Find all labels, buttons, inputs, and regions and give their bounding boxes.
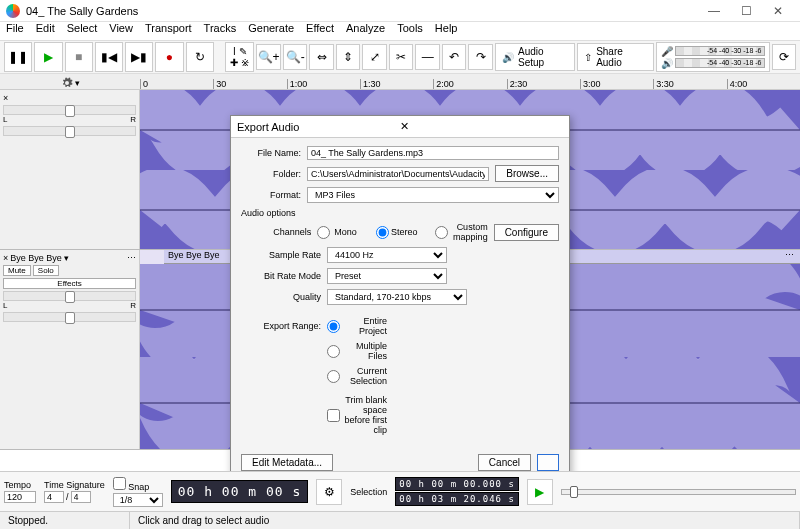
status-state: Stopped. — [0, 512, 130, 529]
tempo-input[interactable] — [4, 491, 36, 503]
timesig-label: Time Signature — [44, 480, 105, 490]
format-label: Format: — [241, 190, 301, 200]
quality-label: Quality — [241, 292, 321, 302]
folder-input[interactable] — [307, 167, 489, 181]
dialog-title: Export Audio — [237, 121, 400, 133]
selection-end-timecode[interactable]: 00 h 03 m 20.046 s — [395, 492, 519, 506]
custom-mapping-radio[interactable]: Custom mapping — [435, 222, 488, 242]
selection-label: Selection — [350, 487, 387, 497]
quality-select[interactable]: Standard, 170-210 kbps — [327, 289, 467, 305]
stereo-radio[interactable]: Stereo — [376, 226, 429, 239]
export-audio-dialog: Export Audio ✕ File Name: Folder: Browse… — [230, 115, 570, 482]
channels-label: Channels — [241, 227, 311, 237]
folder-label: Folder: — [241, 169, 301, 179]
export-range-label: Export Range: — [241, 321, 321, 331]
status-hint: Click and drag to select audio — [130, 512, 800, 529]
bit-rate-mode-label: Bit Rate Mode — [241, 271, 321, 281]
timesig-den-input[interactable] — [71, 491, 91, 503]
filename-input[interactable] — [307, 146, 559, 160]
configure-button[interactable]: Configure — [494, 224, 559, 241]
transport-bar: Tempo Time Signature / Snap 1/8 00 h 00 … — [0, 471, 800, 511]
entire-project-radio[interactable]: Entire Project — [327, 316, 387, 336]
status-bar: Stopped. Click and drag to select audio — [0, 511, 800, 529]
dialog-close-icon[interactable]: ✕ — [400, 120, 563, 133]
audio-options-heading: Audio options — [241, 208, 559, 218]
timesig-num-input[interactable] — [44, 491, 64, 503]
dialog-backdrop: Export Audio ✕ File Name: Folder: Browse… — [0, 0, 800, 529]
play-speed-slider[interactable] — [561, 489, 796, 495]
sample-rate-select[interactable]: 44100 Hz — [327, 247, 447, 263]
current-selection-radio[interactable]: Current Selection — [327, 366, 387, 386]
format-select[interactable]: MP3 Files — [307, 187, 559, 203]
mono-radio[interactable]: Mono — [317, 226, 370, 239]
bit-rate-mode-select[interactable]: Preset — [327, 268, 447, 284]
sample-rate-label: Sample Rate — [241, 250, 321, 260]
export-button[interactable] — [537, 454, 559, 471]
filename-label: File Name: — [241, 148, 301, 158]
selection-start-timecode[interactable]: 00 h 00 m 00.000 s — [395, 477, 519, 491]
timecode-settings-icon[interactable]: ⚙ — [316, 479, 342, 505]
trim-checkbox[interactable]: Trim blank space before first clip — [327, 395, 387, 435]
browse-button[interactable]: Browse... — [495, 165, 559, 182]
multiple-files-radio[interactable]: Multiple Files — [327, 341, 387, 361]
snap-select[interactable]: 1/8 — [113, 493, 163, 507]
cancel-button[interactable]: Cancel — [478, 454, 531, 471]
play-at-speed-button[interactable]: ▶ — [527, 479, 553, 505]
snap-checkbox[interactable] — [113, 477, 126, 490]
edit-metadata-button[interactable]: Edit Metadata... — [241, 454, 333, 471]
snap-label: Snap — [128, 482, 149, 492]
tempo-label: Tempo — [4, 480, 36, 490]
main-timecode[interactable]: 00 h 00 m 00 s — [171, 480, 309, 503]
